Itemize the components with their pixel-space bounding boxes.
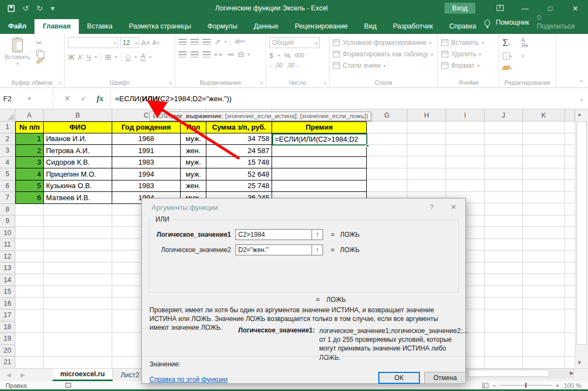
table-cell[interactable]: 34 758 (206, 133, 272, 145)
enter-entry-icon[interactable]: ✓ (80, 94, 87, 103)
font-color-icon[interactable]: А (141, 52, 146, 61)
table-cell[interactable]: жен. (181, 145, 206, 157)
scroll-right-icon[interactable]: ▶ (570, 370, 574, 376)
ribbon-tab[interactable]: Вставка (79, 19, 120, 34)
row-header[interactable]: 10 (0, 227, 15, 240)
increase-decimal-icon[interactable]: ←,00 (269, 63, 283, 68)
row-header[interactable]: 6 (0, 180, 15, 192)
format-painter-icon[interactable] (36, 57, 43, 65)
table-cell[interactable]: 3 (15, 157, 44, 169)
dialog-close-icon[interactable]: ✕ (451, 203, 457, 211)
sort-filter-icon[interactable]: АЯ▾ (521, 38, 540, 49)
namebox-splitter[interactable]: ⁞ (53, 88, 57, 109)
ribbon-tab[interactable]: Разметка страницы (121, 19, 199, 34)
wrap-text-icon[interactable]: ab↵ (235, 39, 246, 44)
horizontal-scroll-thumb[interactable] (468, 370, 549, 377)
expand-formula-bar-icon[interactable]: ⌄ (575, 88, 588, 109)
table-cell[interactable]: 15 748 (206, 157, 272, 169)
merge-center-icon[interactable]: ⊟ (238, 51, 244, 58)
vertical-scrollbar[interactable]: ▲ ▼ (575, 109, 588, 367)
zoom-in-icon[interactable]: + (556, 382, 560, 389)
collapse-ribbon-icon[interactable]: ⌃ (579, 79, 584, 85)
dialog-launcher-icon[interactable]: ↘ (259, 80, 263, 85)
orientation-icon[interactable]: ⇗ (215, 38, 221, 45)
row-header[interactable]: 9 (0, 215, 15, 227)
table-cell[interactable]: 25 748 (206, 180, 272, 192)
row-header[interactable]: 2 (0, 133, 15, 145)
ribbon-button[interactable]: Стили ячеек▾ (333, 62, 434, 69)
redo-icon[interactable]: ↻ (37, 4, 43, 12)
paste-button[interactable]: Вставить ▾ (3, 37, 32, 78)
table-cell[interactable]: 1 (15, 133, 44, 145)
align-bottom-icon[interactable] (203, 39, 211, 45)
column-header[interactable]: I (446, 109, 485, 121)
table-cell[interactable]: 24 587 (206, 145, 272, 157)
select-all-corner[interactable] (0, 109, 15, 121)
row-header[interactable]: 8 (0, 204, 15, 216)
table-cell[interactable]: 1983 (112, 180, 181, 192)
table-cell[interactable]: муж. (181, 157, 206, 169)
column-header[interactable]: J (485, 109, 523, 121)
italic-button[interactable]: К (78, 53, 83, 61)
zoom-level[interactable]: 100 % (563, 382, 581, 389)
collapse-dialog-icon[interactable]: ↑ (312, 244, 323, 255)
argument-input[interactable]: C2>1984 (235, 229, 312, 240)
dialog-launcher-icon[interactable]: ↘ (57, 80, 62, 85)
table-cell[interactable]: 4 (15, 168, 44, 180)
dialog-launcher-icon[interactable]: ↘ (168, 80, 172, 85)
cut-icon[interactable]: ✂ (36, 39, 43, 46)
ribbon-button[interactable]: Вставить▾ (441, 39, 495, 46)
row-header[interactable]: 1 (0, 121, 15, 133)
ribbon-tab[interactable]: Вид (356, 19, 385, 34)
table-header-cell[interactable]: Год рождения (112, 121, 181, 133)
decrease-font-icon[interactable]: A˅ (152, 40, 160, 46)
table-cell[interactable]: 1968 (112, 133, 181, 145)
fill-handle[interactable] (366, 144, 369, 147)
column-header[interactable]: A (15, 109, 44, 121)
bold-button[interactable]: Ж (68, 53, 74, 61)
save-icon[interactable] (8, 5, 15, 12)
table-header-cell[interactable]: Сумма з/п, руб. (206, 121, 272, 133)
row-header[interactable]: 5 (0, 168, 15, 180)
undo-icon[interactable]: ↺ (22, 4, 29, 12)
currency-format-icon[interactable]: $ (269, 52, 273, 59)
next-sheet-icon[interactable]: ▶ (21, 372, 25, 378)
table-cell[interactable]: муж. (181, 168, 206, 180)
customize-qat-icon[interactable]: ▾ (50, 4, 54, 12)
zoom-slider[interactable] (500, 385, 552, 386)
table-cell[interactable]: 2 (15, 145, 44, 157)
find-select-icon[interactable]: ⌕ (521, 52, 540, 59)
ribbon-button[interactable]: Удалить▾ (441, 50, 495, 58)
row-header[interactable]: 4 (0, 157, 15, 169)
table-cell[interactable]: Кузькина О.В. (44, 180, 112, 192)
collapse-dialog-icon[interactable]: ↑ (312, 229, 323, 240)
share-button[interactable]: Поделиться (535, 11, 588, 34)
table-cell[interactable] (272, 157, 367, 169)
dialog-help-icon[interactable]: ? (430, 203, 434, 211)
align-top-icon[interactable] (178, 39, 187, 45)
table-header-cell[interactable]: Премия (272, 121, 367, 133)
align-middle-icon[interactable] (191, 39, 199, 45)
row-header[interactable]: 20 (0, 345, 15, 357)
zoom-slider-thumb[interactable] (525, 383, 527, 388)
table-cell[interactable] (272, 180, 367, 192)
column-header[interactable]: K (523, 109, 565, 121)
underline-button[interactable]: Ч (86, 53, 91, 61)
percent-style-icon[interactable]: % (284, 52, 291, 59)
decrease-indent-icon[interactable]: ⇤≡ (215, 52, 222, 57)
prev-sheet-icon[interactable]: ◀ (7, 372, 11, 378)
formula-input[interactable]: =ЕСЛИ(ИЛИ(C2>1984;D2="жен.")) (111, 88, 575, 109)
dialog-launcher-icon[interactable]: ↘ (322, 80, 327, 85)
help-link[interactable]: Справка по этой функции (149, 376, 228, 383)
table-cell[interactable]: Сидоров К.В. (44, 157, 112, 169)
ribbon-tab[interactable]: Главная (34, 19, 79, 34)
font-name-select[interactable]: ▾ (68, 37, 118, 48)
column-header[interactable]: B (44, 109, 112, 121)
autosum-icon[interactable]: Σ (503, 38, 508, 48)
align-left-icon[interactable] (178, 51, 187, 57)
table-cell[interactable]: 1983 (112, 157, 181, 169)
table-cell[interactable]: Матвеев И.В. (44, 192, 112, 204)
ribbon-button[interactable]: Формат▾ (441, 62, 495, 69)
zoom-out-icon[interactable]: − (493, 382, 497, 389)
increase-font-icon[interactable]: A˄ (141, 39, 150, 46)
